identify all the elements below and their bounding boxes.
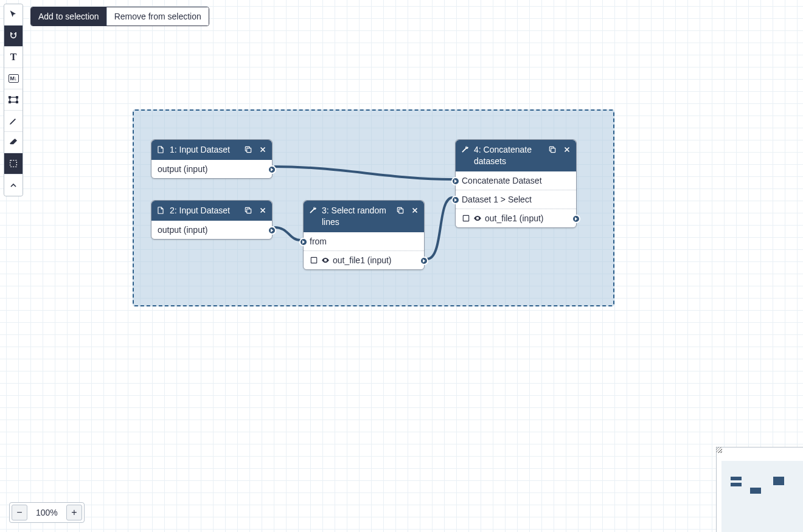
lasso-icon bbox=[9, 159, 18, 168]
close-icon[interactable] bbox=[259, 145, 267, 154]
node-1-input-dataset[interactable]: 1: Input Dataset output (input) bbox=[151, 139, 273, 179]
pointer-icon bbox=[9, 10, 18, 19]
svg-rect-10 bbox=[551, 148, 555, 153]
node-title: 3: Select random lines bbox=[322, 205, 392, 228]
text-icon: T bbox=[10, 52, 17, 63]
output-port[interactable] bbox=[420, 257, 428, 265]
close-icon[interactable] bbox=[563, 145, 571, 154]
eye-icon[interactable] bbox=[473, 214, 482, 223]
minimap-resize-grip[interactable] bbox=[716, 447, 722, 453]
zoom-in-button[interactable]: + bbox=[66, 505, 82, 520]
zoom-level: 100% bbox=[36, 508, 58, 517]
node-output-row[interactable]: out_file1 (input) bbox=[304, 250, 424, 269]
node-output-row[interactable]: output (input) bbox=[151, 221, 272, 239]
output-port[interactable] bbox=[572, 215, 580, 223]
markdown-icon: M↓ bbox=[9, 74, 19, 83]
node-input-row[interactable]: Concatenate Dataset bbox=[456, 171, 576, 190]
node-output-row[interactable]: output (input) bbox=[151, 160, 272, 178]
collapse-toolbar[interactable] bbox=[4, 174, 23, 196]
row-label: Dataset 1 > Select bbox=[462, 195, 532, 204]
node-header[interactable]: 1: Input Dataset bbox=[151, 140, 272, 160]
row-label: output (input) bbox=[158, 164, 208, 174]
file-icon bbox=[156, 145, 165, 154]
minimap-node bbox=[731, 483, 742, 486]
row-label: Concatenate Dataset bbox=[462, 176, 542, 185]
minimap-node bbox=[731, 477, 742, 480]
box-icon[interactable] bbox=[462, 214, 470, 223]
svg-rect-5 bbox=[10, 161, 17, 167]
minimap-node bbox=[773, 477, 784, 485]
lasso-tool[interactable] bbox=[4, 153, 23, 174]
pen-tool[interactable] bbox=[4, 111, 23, 132]
node-title: 1: Input Dataset bbox=[170, 144, 240, 156]
node-3-select-random-lines[interactable]: 3: Select random lines from out_file1 (i… bbox=[303, 200, 425, 270]
input-port[interactable] bbox=[299, 238, 308, 246]
left-toolbar: T M↓ bbox=[4, 4, 23, 196]
svg-rect-9 bbox=[311, 257, 316, 263]
chevron-up-icon bbox=[9, 181, 18, 190]
node-2-input-dataset[interactable]: 2: Input Dataset output (input) bbox=[151, 200, 273, 240]
duplicate-icon[interactable] bbox=[548, 145, 557, 154]
row-label: out_file1 (input) bbox=[485, 213, 544, 223]
input-port[interactable] bbox=[451, 177, 460, 185]
magnet-icon bbox=[9, 31, 18, 41]
frame-tool[interactable] bbox=[4, 89, 23, 111]
input-port[interactable] bbox=[451, 196, 460, 204]
svg-rect-3 bbox=[9, 102, 11, 103]
minimap-node bbox=[750, 488, 761, 494]
svg-rect-7 bbox=[247, 209, 251, 213]
pointer-tool[interactable] bbox=[4, 4, 23, 26]
node-header[interactable]: 2: Input Dataset bbox=[151, 201, 272, 221]
text-tool[interactable]: T bbox=[4, 47, 23, 68]
node-title: 4: Concatenate datasets bbox=[474, 144, 544, 167]
node-input-row[interactable]: from bbox=[304, 232, 424, 250]
output-port[interactable] bbox=[268, 165, 276, 174]
node-4-concatenate-datasets[interactable]: 4: Concatenate datasets Concatenate Data… bbox=[455, 139, 577, 228]
minimap-viewport[interactable] bbox=[721, 461, 803, 532]
svg-rect-6 bbox=[247, 148, 251, 153]
svg-rect-1 bbox=[9, 97, 11, 98]
wrench-icon bbox=[308, 206, 317, 215]
zoom-controls: − 100% + bbox=[9, 502, 85, 523]
remove-from-selection-button[interactable]: Remove from selection bbox=[106, 7, 209, 26]
eraser-icon bbox=[9, 137, 18, 147]
output-port[interactable] bbox=[268, 226, 276, 235]
node-header[interactable]: 3: Select random lines bbox=[304, 201, 424, 232]
eye-icon[interactable] bbox=[321, 256, 330, 264]
svg-rect-11 bbox=[463, 215, 468, 221]
svg-rect-4 bbox=[16, 102, 18, 103]
node-title: 2: Input Dataset bbox=[170, 205, 240, 216]
pen-icon bbox=[9, 116, 18, 126]
eraser-tool[interactable] bbox=[4, 132, 23, 153]
add-to-selection-button[interactable]: Add to selection bbox=[31, 7, 106, 26]
row-label: from bbox=[310, 237, 327, 246]
node-output-row[interactable]: out_file1 (input) bbox=[456, 209, 576, 227]
svg-rect-8 bbox=[399, 209, 403, 213]
duplicate-icon[interactable] bbox=[244, 206, 252, 215]
minimap[interactable] bbox=[716, 447, 803, 532]
file-icon bbox=[156, 206, 165, 215]
markdown-tool[interactable]: M↓ bbox=[4, 68, 23, 89]
duplicate-icon[interactable] bbox=[244, 145, 252, 154]
frame-icon bbox=[9, 95, 18, 105]
box-icon[interactable] bbox=[310, 256, 318, 264]
row-label: output (input) bbox=[158, 225, 208, 235]
duplicate-icon[interactable] bbox=[396, 206, 405, 215]
close-icon[interactable] bbox=[259, 206, 267, 215]
node-input-row[interactable]: Dataset 1 > Select bbox=[456, 190, 576, 209]
zoom-out-button[interactable]: − bbox=[12, 505, 27, 520]
row-label: out_file1 (input) bbox=[333, 255, 392, 265]
wrench-icon bbox=[461, 145, 469, 154]
selection-action-bar: Add to selection Remove from selection bbox=[30, 7, 209, 26]
snap-tool[interactable] bbox=[4, 26, 23, 47]
svg-rect-2 bbox=[16, 97, 18, 98]
close-icon[interactable] bbox=[411, 206, 419, 215]
node-header[interactable]: 4: Concatenate datasets bbox=[456, 140, 576, 171]
